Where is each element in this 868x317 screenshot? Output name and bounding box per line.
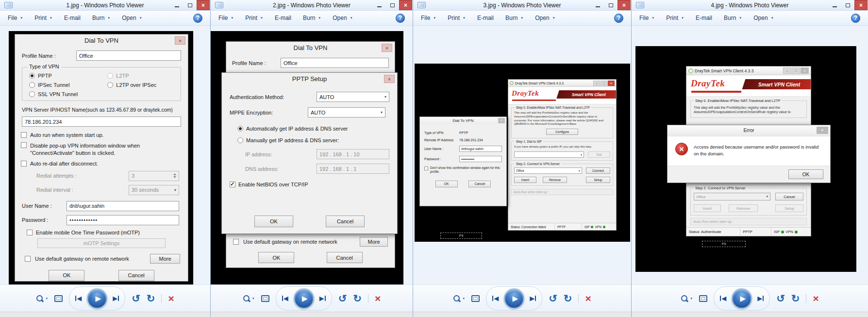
insert-button[interactable]: Insert	[514, 177, 536, 183]
menu-burn[interactable]: Burn▼	[303, 15, 321, 21]
vpn-server-field[interactable]: 78.186.201.234	[22, 117, 181, 127]
menu-open[interactable]: Open▼	[753, 15, 773, 21]
dialog-close-button[interactable]: ×	[382, 44, 392, 52]
radio-manual-ip[interactable]: Manually get IP address & DNS server:	[237, 137, 389, 143]
zoom-button[interactable]: ▼	[681, 295, 693, 302]
help-button[interactable]: ?	[851, 14, 860, 23]
checkbox-motp[interactable]: Enable mobile One Time Password (mOTP)	[27, 230, 181, 235]
more-button[interactable]: More	[150, 254, 180, 264]
rotate-clockwise-button[interactable]: ↻	[353, 293, 362, 303]
rotate-clockwise-button[interactable]: ↻	[791, 293, 800, 303]
profile-name-field[interactable]: Office	[76, 50, 181, 61]
radio-pptp[interactable]: PPTP	[29, 73, 107, 79]
play-slideshow-button[interactable]: ▶	[87, 288, 107, 309]
menu-open[interactable]: Open▼	[122, 15, 142, 21]
dialog-close-button[interactable]: ×	[384, 75, 395, 83]
desktop-icon-label[interactable]: P9	[440, 233, 482, 239]
previous-button[interactable]: ◀	[492, 295, 499, 302]
menu-file[interactable]: File▼	[421, 15, 436, 21]
configure-button[interactable]: Configure	[546, 129, 578, 135]
next-button[interactable]: ▶	[530, 295, 536, 302]
next-button[interactable]: ▶	[113, 295, 119, 302]
help-button[interactable]: ?	[396, 14, 405, 23]
menu-burn[interactable]: Burn▼	[505, 15, 523, 21]
rotate-counterclockwise-button[interactable]: ↺	[549, 293, 557, 303]
isp-dropdown[interactable]: ▾	[514, 151, 584, 158]
ok-button[interactable]: OK	[49, 270, 84, 281]
actual-size-button[interactable]	[699, 295, 707, 302]
previous-button[interactable]: ◀	[720, 295, 726, 302]
menu-print[interactable]: Print▼	[666, 15, 684, 21]
ok-button[interactable]: OK	[258, 252, 294, 263]
checkbox-auto-redial[interactable]: Auto re-dial after disconnect.	[21, 161, 181, 167]
radio-ssl-vpn-tunnel[interactable]: SSL VPN Tunnel	[29, 91, 107, 97]
close-button[interactable]: ×	[197, 0, 210, 10]
checkbox-auto-run[interactable]: Auto run when system start up.	[21, 132, 181, 138]
more-button[interactable]: More	[360, 237, 388, 247]
delete-button[interactable]: ×	[813, 293, 818, 303]
delete-button[interactable]: ×	[585, 293, 591, 303]
password-field[interactable]: ••••••••••••	[67, 215, 179, 225]
menu-print[interactable]: Print▼	[448, 15, 466, 21]
menu-email[interactable]: E-mail	[275, 15, 291, 21]
minimize-button[interactable]	[373, 0, 386, 10]
minimize-button[interactable]	[591, 0, 604, 10]
minimize-button[interactable]	[170, 0, 184, 10]
menu-email[interactable]: E-mail	[477, 15, 494, 21]
cancel-button[interactable]: Cancel	[327, 252, 363, 263]
ok-button[interactable]: OK	[254, 216, 293, 227]
close-button[interactable]: ×	[854, 0, 868, 10]
rotate-counterclockwise-button[interactable]: ↺	[132, 293, 140, 303]
menu-file[interactable]: File▼	[639, 15, 654, 21]
dialog-close-button[interactable]: ×	[817, 127, 828, 134]
play-slideshow-button[interactable]: ▶	[504, 288, 524, 309]
zoom-button[interactable]: ▼	[243, 295, 255, 302]
radio-l2tp-over-ipsec[interactable]: L2TP over IPSec	[107, 82, 179, 88]
user-name-field[interactable]: dnb\ugur.sahin	[459, 146, 502, 152]
checkbox-dont-show[interactable]: Don't show this confirmation window agai…	[424, 166, 502, 174]
minimize-button[interactable]: –	[593, 81, 600, 86]
radio-ipsec-tunnel[interactable]: IPSec Tunnel	[29, 82, 107, 88]
maximize-button[interactable]: □	[792, 67, 800, 74]
menu-print[interactable]: Print▼	[245, 15, 263, 21]
ok-button[interactable]: OK	[788, 169, 823, 179]
menu-file[interactable]: File▼	[218, 15, 234, 21]
dialog-close-button[interactable]: ×	[498, 118, 505, 123]
cancel-button[interactable]: Cancel	[326, 216, 365, 227]
user-name-field[interactable]: dnb\ugur.sahin	[67, 201, 179, 211]
vpn-profile-dropdown[interactable]: Office▾	[514, 167, 582, 174]
maximize-button[interactable]	[184, 0, 197, 10]
maximize-button[interactable]: □	[601, 81, 607, 86]
checkbox-netbios[interactable]: Enable NetBIOS over TCP/IP	[230, 182, 389, 187]
zoom-button[interactable]: ▼	[453, 295, 465, 302]
maximize-button[interactable]	[841, 0, 854, 10]
maximize-button[interactable]	[604, 0, 618, 10]
menu-print[interactable]: Print▼	[34, 15, 52, 21]
setup-button[interactable]: Setup	[586, 177, 610, 183]
remove-button[interactable]: Remove	[543, 177, 567, 183]
previous-button[interactable]: ◀	[75, 295, 82, 302]
actual-size-button[interactable]	[54, 295, 63, 302]
close-button[interactable]: ×	[801, 67, 809, 74]
rotate-clockwise-button[interactable]: ↻	[564, 293, 572, 303]
delete-button[interactable]: ×	[375, 293, 381, 303]
close-button[interactable]: ×	[618, 0, 631, 10]
delete-button[interactable]: ×	[168, 293, 174, 303]
minimize-button[interactable]	[828, 0, 841, 10]
checkbox-icon[interactable]	[25, 256, 31, 262]
close-button[interactable]: ×	[399, 0, 412, 10]
menu-open[interactable]: Open▼	[333, 15, 352, 21]
password-field[interactable]: •••••••••••	[459, 156, 502, 162]
menu-email[interactable]: E-mail	[696, 15, 712, 21]
play-slideshow-button[interactable]: ▶	[294, 288, 314, 309]
play-slideshow-button[interactable]: ▶	[732, 288, 752, 309]
maximize-button[interactable]	[386, 0, 399, 10]
profile-name-field[interactable]: Office	[281, 58, 389, 68]
authentication-method-dropdown[interactable]: AUTO▾	[317, 92, 389, 102]
cancel-button[interactable]: Cancel	[468, 181, 491, 187]
help-button[interactable]: ?	[193, 14, 202, 23]
actual-size-button[interactable]	[471, 295, 480, 302]
rotate-counterclockwise-button[interactable]: ↺	[776, 293, 785, 303]
connect-button[interactable]: Connect	[586, 167, 610, 174]
actual-size-button[interactable]	[261, 295, 269, 302]
